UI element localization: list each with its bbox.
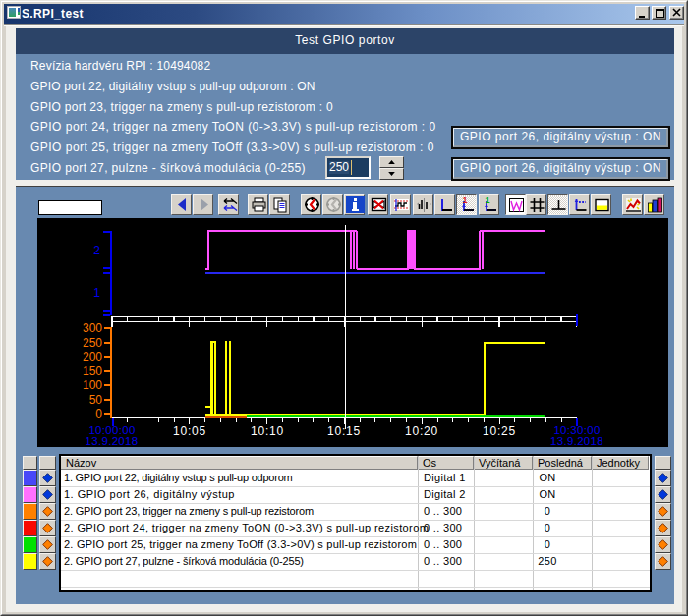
svg-text:13.9.2018: 13.9.2018 — [86, 435, 139, 447]
svg-text:13.9.2018: 13.9.2018 — [550, 435, 603, 447]
svg-text:10:10: 10:10 — [251, 424, 284, 438]
svg-text:50: 50 — [89, 393, 103, 407]
svg-text:10:30:00: 10:30:00 — [553, 424, 600, 436]
svg-text:1: 1 — [485, 196, 489, 205]
svg-text:1: 1 — [93, 286, 100, 300]
svg-text:150: 150 — [83, 364, 102, 378]
svg-text:1: 1 — [462, 196, 467, 205]
svg-text:100: 100 — [83, 378, 102, 392]
svg-text:10:20: 10:20 — [405, 424, 438, 438]
svg-text:10:25: 10:25 — [483, 424, 516, 438]
svg-text:300: 300 — [83, 321, 102, 335]
svg-text:0: 0 — [95, 407, 102, 420]
svg-text:250: 250 — [83, 336, 102, 350]
svg-text:10:05: 10:05 — [173, 424, 206, 438]
svg-text:200: 200 — [83, 350, 102, 364]
svg-text:10:15: 10:15 — [327, 424, 361, 438]
svg-text:2: 2 — [93, 244, 100, 257]
svg-text:10:00:00: 10:00:00 — [88, 424, 135, 436]
